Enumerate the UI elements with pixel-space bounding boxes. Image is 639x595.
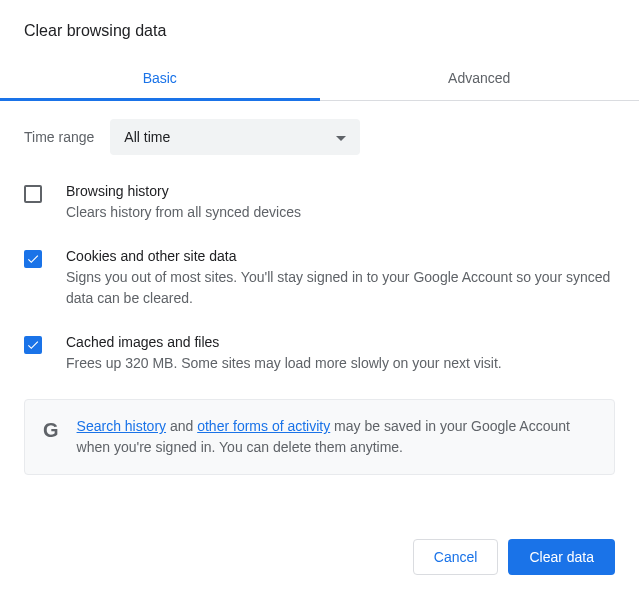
tab-advanced[interactable]: Advanced: [320, 58, 640, 100]
info-mid1: and: [166, 418, 197, 434]
checkbox-browsing-history[interactable]: [24, 185, 42, 203]
time-range-value: All time: [124, 129, 170, 145]
option-text: Cached images and files Frees up 320 MB.…: [66, 334, 502, 373]
checkbox-cache[interactable]: [24, 336, 42, 354]
tab-basic[interactable]: Basic: [0, 58, 320, 100]
dialog-footer: Cancel Clear data: [413, 539, 615, 575]
dialog-body: Time range All time Browsing history Cle…: [0, 101, 639, 475]
link-other-activity[interactable]: other forms of activity: [197, 418, 330, 434]
option-cookies: Cookies and other site data Signs you ou…: [24, 248, 615, 308]
cancel-button[interactable]: Cancel: [413, 539, 499, 575]
dialog-title: Clear browsing data: [0, 0, 639, 40]
option-browsing-history: Browsing history Clears history from all…: [24, 183, 615, 222]
option-title: Browsing history: [66, 183, 301, 199]
option-title: Cached images and files: [66, 334, 502, 350]
clear-browsing-data-dialog: Clear browsing data Basic Advanced Time …: [0, 0, 639, 595]
dropdown-caret-icon: [336, 129, 346, 145]
google-g-icon: G: [43, 420, 59, 440]
option-text: Browsing history Clears history from all…: [66, 183, 301, 222]
option-title: Cookies and other site data: [66, 248, 615, 264]
info-text: Search history and other forms of activi…: [77, 416, 596, 458]
time-range-row: Time range All time: [24, 119, 615, 155]
option-desc: Signs you out of most sites. You'll stay…: [66, 267, 615, 308]
link-search-history[interactable]: Search history: [77, 418, 166, 434]
tabs: Basic Advanced: [0, 58, 639, 101]
option-text: Cookies and other site data Signs you ou…: [66, 248, 615, 308]
option-desc: Frees up 320 MB. Some sites may load mor…: [66, 353, 502, 373]
clear-data-button[interactable]: Clear data: [508, 539, 615, 575]
checkbox-cookies[interactable]: [24, 250, 42, 268]
option-desc: Clears history from all synced devices: [66, 202, 301, 222]
option-cache: Cached images and files Frees up 320 MB.…: [24, 334, 615, 373]
info-box: G Search history and other forms of acti…: [24, 399, 615, 475]
time-range-label: Time range: [24, 129, 94, 145]
time-range-select[interactable]: All time: [110, 119, 360, 155]
